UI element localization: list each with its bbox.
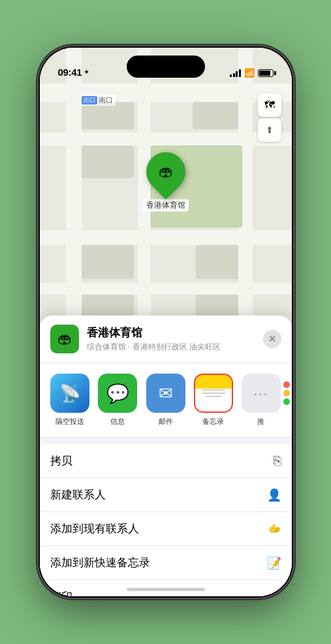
venue-icon: 🏟 (50, 325, 79, 353)
map-type-button[interactable]: 🗺 (258, 93, 281, 117)
dynamic-island (127, 56, 205, 78)
add-existing-icon: 🫱 (268, 523, 281, 535)
map-controls: 🗺 ⬆ (258, 93, 281, 142)
venue-name: 香港体育馆 (87, 325, 255, 340)
message-icon-wrap: 💬 (98, 374, 137, 413)
share-airdrop[interactable]: 📡 隔空投送 (46, 374, 94, 427)
sheet-header: 🏟 香港体育馆 综合体育馆 · 香港特别行政区 油尖旺区 ✕ (40, 315, 292, 363)
dot-red (283, 381, 290, 388)
stadium-icon: 🏟 (159, 163, 173, 180)
location-icon: ✦ (84, 68, 89, 76)
more-icon: ··· (254, 386, 269, 401)
home-bar (127, 588, 205, 591)
message-label: 信息 (110, 417, 125, 427)
notes-icon-wrap (194, 374, 233, 413)
dot-yellow (283, 390, 290, 396)
copy-label: 拷贝 (50, 453, 72, 468)
status-time: 09:41 (58, 67, 82, 78)
message-icon: 💬 (106, 383, 129, 404)
print-label: 打印 (50, 589, 72, 596)
map-badge: 出口 (82, 96, 97, 105)
print-icon: 🖨 (270, 590, 281, 596)
phone-frame: 09:41 ✦ 📶 (39, 46, 293, 598)
airdrop-icon: 📡 (59, 383, 80, 404)
share-message[interactable]: 💬 信息 (94, 374, 142, 427)
action-add-existing-contact[interactable]: 添加到现有联系人 🫱 (40, 512, 292, 546)
battery-icon (258, 69, 274, 77)
wifi-icon: 📶 (244, 68, 255, 78)
more-label: 推 (257, 417, 264, 427)
action-add-quick-note[interactable]: 添加到新快速备忘录 📝 (40, 546, 292, 580)
airdrop-icon-wrap: 📡 (50, 374, 89, 413)
copy-icon: ⎘ (274, 453, 281, 468)
more-dots (283, 381, 290, 405)
dot-green (283, 398, 290, 405)
more-icon-wrap: ··· (242, 374, 281, 413)
signal-icon (230, 69, 241, 77)
map-label-text: 南口 (99, 95, 113, 105)
airdrop-label: 隔空投送 (55, 417, 84, 427)
mail-icon-wrap: ✉ (146, 374, 185, 413)
notes-label: 备忘录 (202, 417, 224, 427)
share-more[interactable]: ··· 推 (237, 374, 285, 427)
more-icon-area: ··· (242, 374, 281, 413)
notes-lines (202, 375, 225, 397)
action-new-contact[interactable]: 新建联系人 👤 (40, 478, 292, 512)
location-pin: 🏟 香港体育馆 (143, 152, 189, 212)
venue-info: 香港体育馆 综合体育馆 · 香港特别行政区 油尖旺区 (87, 325, 255, 353)
add-quick-note-label: 添加到新快速备忘录 (50, 555, 150, 570)
action-list: 拷贝 ⎘ 新建联系人 👤 添加到现有联系人 🫱 添加到新快速备忘录 📝 (40, 444, 292, 596)
mail-icon: ✉ (159, 383, 173, 404)
map-label: 出口 南口 (79, 95, 116, 106)
add-existing-label: 添加到现有联系人 (50, 521, 139, 536)
location-button[interactable]: ⬆ (258, 118, 281, 142)
status-icons: 📶 (230, 68, 274, 78)
venue-subtitle: 综合体育馆 · 香港特别行政区 油尖旺区 (87, 342, 255, 353)
pin-label: 香港体育馆 (143, 199, 189, 212)
bottom-sheet: 🏟 香港体育馆 综合体育馆 · 香港特别行政区 油尖旺区 ✕ 📡 隔空投送 (40, 315, 292, 596)
new-contact-icon: 👤 (267, 488, 281, 502)
add-quick-note-icon: 📝 (267, 556, 281, 570)
share-notes[interactable]: 备忘录 (189, 374, 237, 427)
action-copy[interactable]: 拷贝 ⎘ (40, 444, 292, 478)
mail-label: 邮件 (159, 417, 173, 427)
share-row: 📡 隔空投送 💬 信息 ✉ 邮件 (40, 363, 292, 438)
share-mail[interactable]: ✉ 邮件 (142, 374, 189, 427)
close-button[interactable]: ✕ (263, 330, 281, 348)
new-contact-label: 新建联系人 (50, 487, 106, 502)
